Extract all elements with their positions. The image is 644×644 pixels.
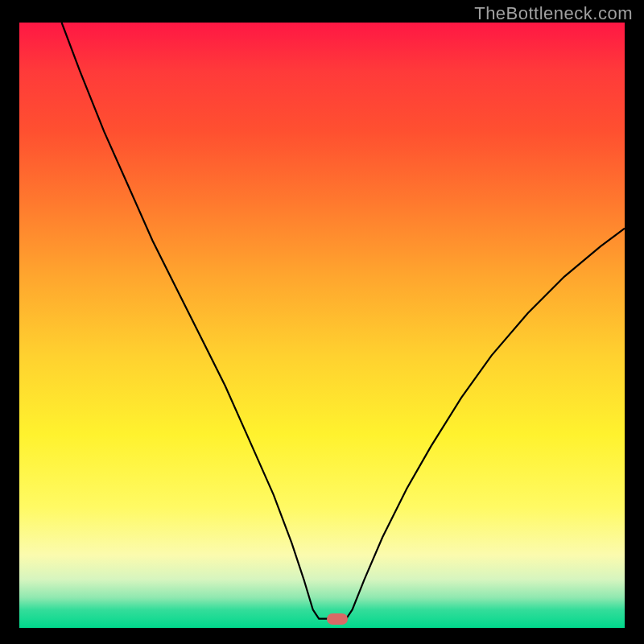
optimum-marker	[327, 613, 348, 625]
chart-frame: TheBottleneck.com	[0, 0, 644, 644]
bottleneck-curve	[19, 23, 625, 628]
curve-path	[62, 23, 625, 619]
watermark-text: TheBottleneck.com	[474, 3, 633, 24]
plot-area	[19, 23, 625, 628]
